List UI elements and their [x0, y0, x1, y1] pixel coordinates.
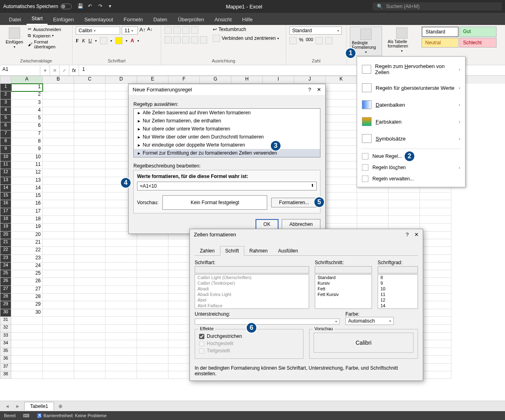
cell[interactable]: [74, 294, 106, 301]
cell[interactable]: 3: [11, 99, 43, 107]
col-header[interactable]: K: [326, 76, 357, 84]
row-header[interactable]: 29: [0, 301, 11, 309]
row-header[interactable]: 13: [0, 177, 11, 185]
cell[interactable]: [106, 348, 137, 356]
sheet-nav-prev-icon[interactable]: ◄: [3, 403, 11, 409]
cell[interactable]: [74, 185, 106, 192]
cell[interactable]: 5: [11, 115, 43, 122]
cell[interactable]: [389, 208, 420, 216]
cell[interactable]: [74, 107, 106, 115]
cell[interactable]: [420, 364, 451, 371]
cell[interactable]: [74, 333, 106, 340]
row-header[interactable]: 2: [0, 91, 11, 99]
row-header[interactable]: 35: [0, 348, 11, 356]
decrease-font-icon[interactable]: A↓: [147, 27, 152, 35]
cell[interactable]: 25: [11, 270, 43, 278]
cell[interactable]: [357, 216, 389, 223]
increase-decimal-icon[interactable]: [316, 37, 323, 44]
cell[interactable]: [106, 317, 137, 325]
cell[interactable]: [43, 115, 74, 122]
row-header[interactable]: 23: [0, 255, 11, 263]
cell[interactable]: [43, 216, 74, 223]
cell[interactable]: [326, 161, 357, 169]
row-header[interactable]: 10: [0, 154, 11, 161]
save-icon[interactable]: 💾: [77, 3, 84, 10]
cell[interactable]: [106, 333, 137, 340]
cell[interactable]: [74, 301, 106, 309]
row-header[interactable]: 12: [0, 169, 11, 177]
cell[interactable]: [11, 340, 43, 348]
cell[interactable]: [43, 286, 74, 294]
format-painter-button[interactable]: 🖌Format übertragen: [28, 39, 69, 49]
cell[interactable]: [137, 340, 168, 348]
cell[interactable]: 8: [11, 138, 43, 146]
cell[interactable]: [11, 364, 43, 371]
cell[interactable]: [74, 247, 106, 254]
cell-style-gut[interactable]: Gut: [459, 27, 497, 37]
cell[interactable]: [326, 91, 357, 99]
cell[interactable]: [74, 278, 106, 286]
rule-type-list[interactable]: ►Alle Zellen basierend auf ihren Werten …: [133, 108, 320, 157]
chevron-down-icon[interactable]: ▾: [109, 3, 115, 10]
cell[interactable]: [357, 192, 389, 200]
col-header[interactable]: G: [200, 76, 231, 84]
cell[interactable]: 16: [11, 200, 43, 208]
format-as-table-button[interactable]: Als Tabelle formatieren▾: [385, 27, 418, 54]
row-header[interactable]: 7: [0, 130, 11, 138]
cell[interactable]: [106, 301, 137, 309]
thousands-icon[interactable]: 000: [306, 37, 313, 44]
cell[interactable]: 22: [11, 247, 43, 254]
cell[interactable]: 4: [11, 107, 43, 115]
sheet-nav-next-icon[interactable]: ►: [14, 403, 22, 409]
cell[interactable]: [106, 309, 137, 317]
cell[interactable]: [137, 294, 168, 301]
cf-highlight-cells[interactable]: Regeln zum Hervorheben von Zellen ›: [357, 59, 465, 79]
cell[interactable]: [74, 348, 106, 356]
cell[interactable]: [43, 177, 74, 185]
row-header[interactable]: 30: [0, 309, 11, 317]
cell[interactable]: 1: [11, 84, 43, 91]
cell[interactable]: [389, 200, 420, 208]
percent-icon[interactable]: %: [299, 37, 303, 44]
cell[interactable]: [43, 255, 74, 263]
tab-formeln[interactable]: Formeln: [119, 14, 148, 25]
sheet-tab[interactable]: Tabelle1: [24, 402, 54, 410]
cell[interactable]: [420, 208, 451, 216]
cell[interactable]: [420, 232, 451, 239]
cf-manage-rules[interactable]: Regeln verwalten...: [357, 173, 465, 184]
row-header[interactable]: 26: [0, 278, 11, 286]
tab-schrift[interactable]: Schrift: [220, 246, 244, 256]
cell[interactable]: [326, 154, 357, 161]
cut-button[interactable]: ✂Ausschneiden: [28, 27, 69, 32]
cell[interactable]: [43, 200, 74, 208]
cell[interactable]: [43, 138, 74, 146]
cell[interactable]: [11, 317, 43, 325]
row-header[interactable]: 4: [0, 107, 11, 115]
cancel-formula-icon[interactable]: ✕: [50, 65, 60, 75]
cell[interactable]: [74, 340, 106, 348]
cell[interactable]: [43, 84, 74, 91]
row-header[interactable]: 28: [0, 294, 11, 301]
cf-colorscales[interactable]: Farbskalen ›: [357, 113, 465, 130]
cell-style-neutral[interactable]: Neutral: [422, 38, 459, 48]
cell[interactable]: [43, 154, 74, 161]
row-header[interactable]: 16: [0, 200, 11, 208]
cell[interactable]: [326, 200, 357, 208]
tab-zahlen[interactable]: Zahlen: [195, 246, 220, 256]
border-icon[interactable]: [100, 37, 107, 44]
cell[interactable]: [137, 278, 168, 286]
cell[interactable]: [11, 333, 43, 340]
cell[interactable]: [74, 270, 106, 278]
close-icon[interactable]: ✕: [317, 87, 321, 93]
cell[interactable]: [326, 122, 357, 130]
indent-decrease-icon[interactable]: [191, 36, 198, 43]
cell[interactable]: 12: [11, 169, 43, 177]
font-color-icon[interactable]: A: [131, 38, 134, 43]
cell[interactable]: [43, 99, 74, 107]
cell[interactable]: [326, 169, 357, 177]
wrap-text-button[interactable]: ↩Textumbruch: [213, 27, 279, 32]
align-center-icon[interactable]: [173, 36, 181, 43]
align-right-icon[interactable]: [182, 36, 189, 43]
cell[interactable]: [74, 130, 106, 138]
cell[interactable]: [326, 216, 357, 223]
